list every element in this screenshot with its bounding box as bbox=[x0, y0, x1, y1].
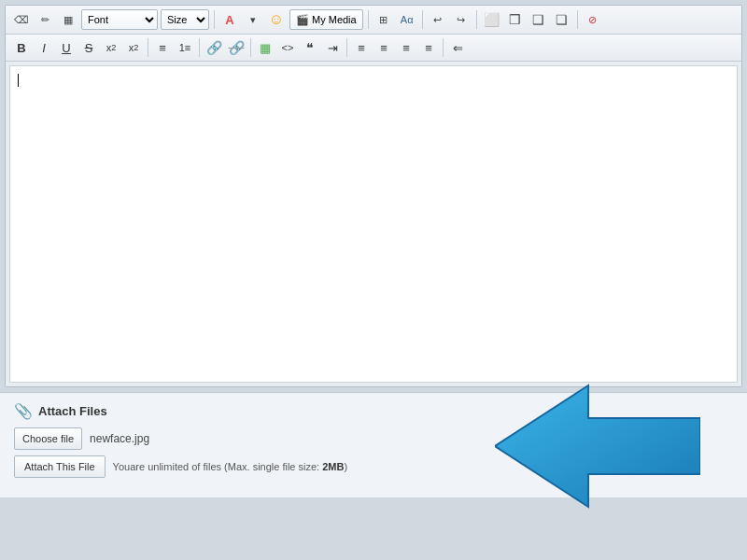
table-icon[interactable]: ▦ bbox=[58, 9, 78, 30]
link-button[interactable]: 🔗 bbox=[204, 37, 224, 58]
editor-container: ⌫ ✏ ▦ Font Arial Times New Roman Verdana… bbox=[5, 5, 742, 387]
align-center-button[interactable]: ≡ bbox=[374, 37, 394, 58]
sep2 bbox=[368, 10, 369, 29]
unlink-button[interactable]: 🔗 bbox=[226, 37, 247, 58]
special-char-icon[interactable]: Αα bbox=[397, 9, 417, 30]
copy3-icon[interactable]: ❑ bbox=[529, 9, 549, 30]
sep1 bbox=[214, 10, 215, 29]
sep3 bbox=[422, 10, 423, 29]
attach-this-button[interactable]: Attach This File bbox=[14, 455, 106, 478]
ordered-list-button[interactable]: 1≡ bbox=[175, 37, 195, 58]
quote-button[interactable]: ❝ bbox=[300, 37, 320, 58]
indent-button[interactable]: ⇥ bbox=[322, 37, 343, 58]
attach-title-text: Attach Files bbox=[38, 404, 107, 418]
copy4-icon[interactable]: ❏ bbox=[552, 9, 572, 30]
sep4 bbox=[476, 10, 477, 29]
undo-icon[interactable]: ↩ bbox=[428, 9, 448, 30]
rtl-button[interactable]: ⇐ bbox=[447, 37, 468, 58]
attach-note: Youare unlimited of files (Max. single f… bbox=[113, 461, 348, 472]
code-button[interactable]: <> bbox=[277, 37, 298, 58]
attach-section: 📎 Attach Files Choose file newface.jpg A… bbox=[0, 392, 747, 497]
emoji-icon[interactable]: ☺ bbox=[266, 9, 287, 30]
align-left-button[interactable]: ≡ bbox=[351, 37, 372, 58]
file-name-display: newface.jpg bbox=[90, 432, 149, 445]
copy1-icon[interactable]: ⬜ bbox=[482, 9, 502, 30]
text-cursor bbox=[18, 74, 19, 87]
paperclip-icon: 📎 bbox=[14, 402, 33, 420]
sep6 bbox=[148, 38, 148, 57]
underline-button[interactable]: U bbox=[56, 37, 77, 58]
sep5 bbox=[577, 10, 578, 29]
toolbar-row1: ⌫ ✏ ▦ Font Arial Times New Roman Verdana… bbox=[6, 6, 741, 35]
image-button[interactable]: ▦ bbox=[255, 37, 275, 58]
size-select[interactable]: Size 810121416 bbox=[161, 9, 209, 30]
sep8 bbox=[250, 38, 251, 57]
color-a-icon[interactable]: A bbox=[219, 9, 240, 30]
sep9 bbox=[346, 38, 347, 57]
superscript-button[interactable]: x2 bbox=[123, 37, 144, 58]
choose-file-button[interactable]: Choose file bbox=[14, 427, 82, 450]
justify-button[interactable]: ≡ bbox=[418, 37, 439, 58]
attach-action-row: Attach This File Youare unlimited of fil… bbox=[14, 455, 733, 478]
film-icon: 🎬 bbox=[296, 14, 309, 26]
pencil-icon[interactable]: ✏ bbox=[35, 9, 55, 30]
align-right-button[interactable]: ≡ bbox=[396, 37, 416, 58]
font-select[interactable]: Font Arial Times New Roman Verdana bbox=[81, 9, 158, 30]
my-media-button[interactable]: 🎬 My Media bbox=[289, 9, 363, 30]
color-picker-dropdown-icon[interactable]: ▾ bbox=[243, 9, 263, 30]
attach-file-row: Choose file newface.jpg bbox=[14, 427, 733, 450]
unordered-list-button[interactable]: ≡ bbox=[152, 37, 173, 58]
copy2-icon[interactable]: ❒ bbox=[505, 9, 526, 30]
my-media-label: My Media bbox=[312, 14, 357, 25]
toolbar-row2: B I U S x2 x2 ≡ 1≡ 🔗 🔗 ▦ <> ❝ ⇥ ≡ ≡ ≡ ≡ … bbox=[6, 35, 741, 62]
sep10 bbox=[443, 38, 444, 57]
bold-button[interactable]: B bbox=[11, 37, 32, 58]
eraser-icon[interactable]: ⌫ bbox=[11, 9, 32, 30]
attach-title: 📎 Attach Files bbox=[14, 402, 733, 420]
redo-icon[interactable]: ↪ bbox=[451, 9, 472, 30]
table2-icon[interactable]: ⊞ bbox=[374, 9, 394, 30]
subscript-button[interactable]: x2 bbox=[101, 37, 121, 58]
editor-area[interactable] bbox=[9, 65, 738, 383]
italic-button[interactable]: I bbox=[34, 37, 54, 58]
max-size-text: 2MB bbox=[322, 461, 344, 472]
strikethrough-button[interactable]: S bbox=[78, 37, 99, 58]
sep7 bbox=[199, 38, 200, 57]
ban-icon[interactable]: ⊘ bbox=[583, 9, 603, 30]
